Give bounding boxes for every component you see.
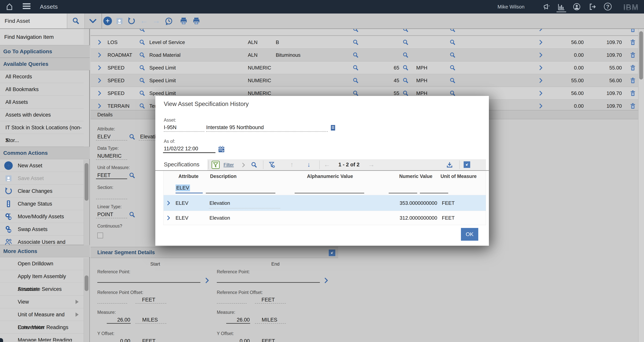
sidebar-action-view[interactable]: View (0, 295, 84, 308)
next-record-icon[interactable]: → (152, 14, 160, 28)
print-with-attachments-icon[interactable] (192, 17, 200, 25)
attribute-lookup-icon[interactable] (128, 133, 136, 140)
cell-attribute[interactable]: LOS (108, 36, 118, 49)
cell-description[interactable]: Road Material (149, 49, 180, 61)
profile-icon[interactable] (573, 3, 581, 11)
ref-offset-underline-start[interactable] (97, 298, 127, 304)
col-aln-value[interactable]: Alphanumeric Value (307, 171, 353, 182)
cell-start-measure[interactable]: 56.00 (571, 36, 584, 49)
sidebar-query-x[interactable]: X (0, 134, 84, 147)
cell-aln-value[interactable]: Bituminous (276, 49, 300, 61)
row-expand-icon[interactable] (97, 78, 102, 83)
home-icon[interactable] (6, 3, 14, 11)
collapse-section-icon[interactable] (329, 250, 335, 256)
ok-button[interactable]: OK (461, 228, 478, 241)
cell-attribute[interactable]: SPEED (108, 74, 124, 87)
y-offset-value-start[interactable]: 0.00 (107, 338, 130, 342)
sidebar-action-new-asset[interactable]: +New Asset (0, 159, 84, 172)
cell-description[interactable]: Speed Limit (149, 74, 176, 87)
reports-chart-icon[interactable] (557, 3, 566, 11)
sidebar-section-goto[interactable]: Go To Applications (0, 45, 90, 58)
sidebar-action-swap-assets[interactable]: Swap Assets (0, 223, 84, 236)
next-page-icon[interactable]: → (368, 161, 374, 168)
lookup-icon[interactable] (352, 77, 359, 84)
lookup-icon[interactable] (449, 64, 456, 71)
history-row[interactable]: ELEVElevation312.0000000000FEET (164, 211, 486, 225)
clear-changes-icon[interactable] (127, 17, 136, 25)
find-asset-input[interactable]: Find Asset (0, 14, 67, 28)
aln-filter-input[interactable] (295, 193, 364, 193)
sidebar-section-common-actions[interactable]: Common Actions (0, 147, 90, 159)
announcement-icon[interactable] (542, 3, 550, 11)
linear-segment-header[interactable]: Linear Segment Details (90, 247, 338, 258)
num-filter-input[interactable] (389, 193, 417, 193)
sidebar-action-enter-meter-readings[interactable]: Enter Meter Readings (0, 321, 84, 334)
collapse-table-icon[interactable] (464, 161, 470, 168)
lookup-icon[interactable] (139, 64, 146, 71)
sidebar-query-all-assets[interactable]: All Assets (0, 96, 84, 108)
lookup-icon[interactable] (139, 102, 146, 109)
next-row-icon[interactable]: ↓ (307, 161, 310, 168)
lookup-icon[interactable] (449, 52, 456, 59)
sidebar-action-open-drilldown[interactable]: Open Drilldown (0, 257, 84, 270)
filter-expand-chevron-icon[interactable] (241, 162, 246, 168)
lookup-icon[interactable] (139, 77, 146, 84)
col-uom[interactable]: Unit of Measure (440, 171, 477, 182)
sidebar-section-more-actions[interactable]: More Actions (0, 245, 90, 257)
sidebar-action-move-modify-assets[interactable]: Move/Modify Assets (0, 210, 84, 223)
lookup-icon[interactable] (139, 52, 146, 59)
calendar-icon[interactable] (217, 145, 226, 153)
lookup-icon[interactable] (402, 90, 409, 97)
lookup-icon[interactable] (449, 39, 456, 46)
cell-uom[interactable]: MPH (416, 62, 428, 74)
sidebar-query-all-records[interactable]: All Records (0, 70, 84, 83)
cell-num-value[interactable]: 45 (394, 74, 399, 87)
lookup-icon[interactable] (449, 77, 456, 84)
attribute-filter-underline[interactable] (176, 193, 203, 193)
sidebar-action-save-asset[interactable]: Save Asset (0, 172, 84, 185)
row-expand-icon[interactable] (166, 215, 171, 221)
ref-offset-underline-end[interactable] (217, 298, 247, 304)
lookup-icon[interactable] (538, 65, 544, 71)
cell-uom[interactable]: MPH (416, 74, 428, 87)
search-options-chevron-icon[interactable] (89, 17, 97, 25)
lookup-icon[interactable] (139, 39, 146, 46)
lookup-icon[interactable] (402, 39, 409, 46)
lookup-icon[interactable] (352, 90, 359, 97)
download-icon[interactable] (446, 161, 453, 168)
delete-row-icon[interactable] (629, 52, 636, 59)
col-num-value[interactable]: Numeric Value (399, 171, 432, 182)
delete-row-icon[interactable] (629, 90, 636, 97)
attribute-filter-input[interactable]: ELEV (176, 185, 190, 191)
previous-record-icon[interactable]: ← (140, 14, 148, 28)
lookup-icon[interactable] (449, 90, 456, 97)
detail-menu-icon[interactable] (329, 124, 337, 131)
row-expand-icon[interactable] (97, 65, 102, 71)
previous-page-icon[interactable]: ← (324, 161, 330, 168)
ref-point-input-end[interactable] (217, 277, 320, 283)
common-actions-scrollbar[interactable] (84, 160, 90, 245)
row-expand-icon[interactable] (166, 200, 171, 206)
lookup-icon[interactable] (352, 64, 359, 71)
cell-end-measure[interactable]: 109.70 (606, 36, 622, 49)
uom-filter-input[interactable] (420, 193, 448, 193)
cell-description[interactable]: Speed Limit (149, 62, 176, 74)
find-search-button[interactable] (67, 14, 85, 28)
cell-end-measure[interactable]: 55.00 (609, 62, 622, 74)
lookup-icon[interactable] (538, 78, 544, 83)
cell-aln-value[interactable]: B (276, 36, 279, 49)
cell-description[interactable]: Elevation (210, 195, 230, 211)
history-row[interactable]: ELEVElevation353.0000000000FEET (164, 195, 486, 211)
status-clock-icon[interactable] (164, 17, 173, 25)
help-icon[interactable]: ? (604, 3, 612, 11)
ref-point-detail-chevron-start[interactable] (204, 277, 210, 284)
cell-end-measure[interactable]: 56.00 (609, 74, 622, 87)
table-filter-icon[interactable] (212, 161, 220, 169)
lookup-icon[interactable] (538, 103, 544, 109)
cell-num-value[interactable]: 65 (394, 62, 399, 74)
cell-attribute[interactable]: SPEED (108, 87, 124, 100)
new-record-button[interactable]: + (103, 17, 112, 25)
lookup-icon[interactable] (538, 90, 544, 96)
sidebar-action-manage-meter-reading-history[interactable]: Manage Meter Reading History (0, 334, 84, 341)
sidebar-section-queries[interactable]: Available Queries (0, 58, 90, 70)
